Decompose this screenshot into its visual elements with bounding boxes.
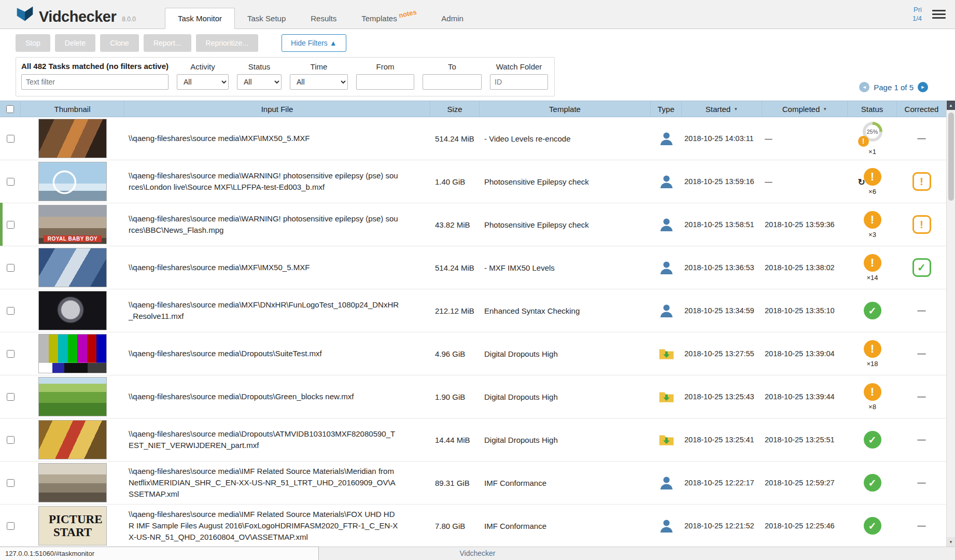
table-body: \\qaeng-fileshares\source media\MXF\IMX5… — [0, 117, 946, 547]
row-checkbox[interactable] — [7, 393, 15, 401]
task-type-cell — [651, 461, 682, 504]
sort-descending-icon: ▼ — [823, 107, 827, 111]
progress-ring-icon: 25% ! — [863, 122, 882, 142]
tab-templates[interactable]: Templates notes — [349, 8, 429, 29]
menu-icon[interactable] — [932, 10, 946, 19]
table-row[interactable]: \\qaeng-fileshares\source media\Dropouts… — [0, 418, 946, 461]
input-file-path: \\qaeng-fileshares\source media\MXF\DNxH… — [124, 289, 430, 332]
text-filter-input[interactable] — [21, 74, 168, 90]
status-cell: ! ! ↻ ✓ ×8 — [848, 375, 897, 418]
col-header-started[interactable]: Started ▼ — [682, 101, 762, 117]
corrected-cell: — ! ✓ — [897, 117, 946, 160]
error-count: ×8 — [868, 403, 876, 411]
warning-glyph: ! — [870, 342, 874, 356]
row-checkbox[interactable] — [7, 178, 15, 186]
row-select-cell — [0, 160, 21, 203]
warning-status-icon: ! ↻ — [864, 340, 881, 358]
thumbnail-cell — [21, 246, 124, 289]
row-checkbox[interactable] — [7, 135, 15, 143]
hide-filters-button[interactable]: Hide Filters ▲ — [282, 34, 346, 52]
row-checkbox[interactable] — [7, 264, 15, 272]
status-cell: ! ! ↻ ✓ ×18 — [848, 332, 897, 375]
scrollbar-thumb[interactable] — [948, 113, 954, 201]
scroll-up-button[interactable]: ▲ — [947, 101, 955, 110]
success-status-icon: ✓ — [864, 517, 881, 535]
status-label: Status — [248, 62, 271, 71]
table-row[interactable]: \\qaeng-fileshares\source media\WARNING!… — [0, 160, 946, 203]
reprioritize-button[interactable]: Reprioritize... — [196, 34, 258, 52]
status-indicator: ! ! ↻ ✓ — [864, 431, 881, 449]
table-row[interactable]: \\qaeng-fileshares\source media\MXF\IMX5… — [0, 246, 946, 289]
table-row[interactable]: \\qaeng-fileshares\source media\Dropouts… — [0, 332, 946, 375]
warning-status-icon: ! ↻ — [864, 383, 881, 401]
file-size: 4.96 GiB — [430, 332, 480, 375]
stop-button[interactable]: Stop — [16, 34, 50, 52]
row-select-cell — [0, 332, 21, 375]
task-type-cell — [651, 375, 682, 418]
corrected-cell: — ! ✓ — [897, 332, 946, 375]
to-date-input[interactable] — [423, 74, 482, 90]
template-name: - Video Levels re-encode — [480, 117, 651, 160]
table-row[interactable]: \\qaeng-fileshares\source media\MXF\DNxH… — [0, 289, 946, 332]
col-header-size: Size — [430, 101, 480, 117]
table-row[interactable]: \\qaeng-fileshares\source media\Dropouts… — [0, 375, 946, 418]
video-thumbnail — [38, 291, 107, 330]
corrected-warning-icon: ! — [912, 215, 931, 234]
activity-label: Activity — [190, 62, 215, 71]
row-checkbox[interactable] — [7, 221, 15, 229]
col-header-completed[interactable]: Completed ▼ — [762, 101, 848, 117]
delete-button[interactable]: Delete — [55, 34, 95, 52]
next-page-button[interactable]: ► — [918, 82, 928, 92]
thumbnail-cell — [21, 375, 124, 418]
time-select[interactable]: All — [290, 74, 348, 90]
tab-task-setup[interactable]: Task Setup — [235, 8, 298, 29]
activity-select[interactable]: All — [177, 74, 229, 90]
status-indicator: 25% ! ! ↻ ✓ ×1 — [863, 122, 882, 156]
started-time: 2018-10-25 13:34:59 — [682, 289, 762, 332]
col-header-thumbnail: Thumbnail — [21, 101, 124, 117]
task-type-cell — [651, 289, 682, 332]
table-row[interactable]: \\qaeng-fileshares\source media\IMF Rela… — [0, 461, 946, 505]
warning-status-icon: ! ↻ — [864, 168, 881, 186]
watch-folder-icon — [658, 431, 675, 449]
task-type-cell — [651, 505, 682, 547]
error-count: ×1 — [868, 148, 876, 156]
report-button[interactable]: Report... — [144, 34, 191, 52]
from-date-input[interactable] — [356, 74, 414, 90]
to-label: To — [448, 62, 456, 71]
table-row[interactable]: PICTURE START \\qaeng-fileshares\source … — [0, 505, 946, 547]
vertical-scrollbar[interactable]: ▲ ▼ — [946, 101, 955, 547]
row-select-cell — [0, 461, 21, 504]
completed-time: 2018-10-25 13:25:51 — [762, 418, 848, 461]
template-name: IMF Conformance — [480, 505, 651, 547]
row-checkbox[interactable] — [7, 436, 15, 444]
tab-results[interactable]: Results — [298, 8, 349, 29]
status-select[interactable]: All — [237, 74, 282, 90]
row-checkbox[interactable] — [7, 479, 15, 487]
completed-time: — — [762, 117, 848, 160]
prev-page-button[interactable]: ◄ — [859, 82, 869, 92]
scroll-down-button[interactable]: ▼ — [947, 537, 955, 547]
row-checkbox[interactable] — [7, 522, 15, 530]
row-select-cell — [0, 289, 21, 332]
corrected-cell: — ! ✓ — [897, 505, 946, 547]
row-checkbox[interactable] — [7, 350, 15, 358]
next-page-icon: ► — [921, 85, 925, 90]
input-file-path: \\qaeng-fileshares\source media\WARNING!… — [124, 203, 430, 246]
table-row[interactable]: \\qaeng-fileshares\source media\MXF\IMX5… — [0, 117, 946, 160]
watch-folder-input[interactable] — [490, 74, 548, 90]
pagination: ◄ Page 1 of 5 ► — [859, 82, 928, 92]
status-cell: ! ! ↻ ✓ — [848, 289, 897, 332]
input-file-path: \\qaeng-fileshares\source media\MXF\IMX5… — [124, 117, 430, 160]
row-checkbox[interactable] — [7, 307, 15, 315]
table-row[interactable]: ROYAL BABY BOY \\qaeng-fileshares\source… — [0, 203, 946, 246]
tab-admin[interactable]: Admin — [429, 8, 476, 29]
thumbnail-cell — [21, 289, 124, 332]
warning-glyph: ! — [870, 256, 874, 270]
app-logo: Vidchecker 8.0.0 — [0, 5, 136, 24]
tab-task-monitor[interactable]: Task Monitor — [165, 8, 235, 29]
clone-button[interactable]: Clone — [100, 34, 139, 52]
template-name: IMF Conformance — [480, 461, 651, 504]
template-name: Photosensitive Epilepsy check — [480, 160, 651, 203]
select-all-checkbox[interactable] — [6, 105, 14, 113]
